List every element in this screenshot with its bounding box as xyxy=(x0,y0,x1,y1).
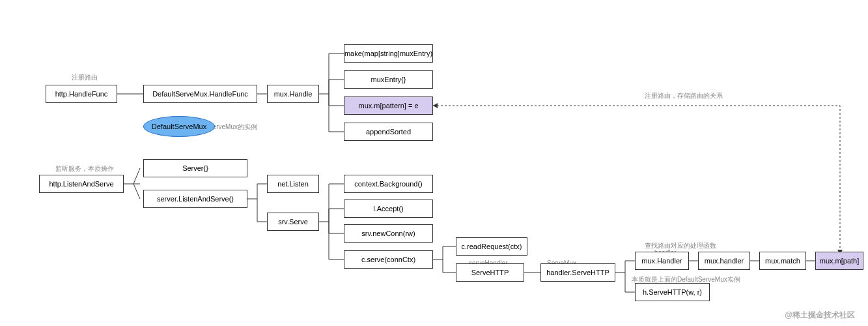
node-handler-servehttp: handler.ServeHTTP xyxy=(540,263,615,282)
node-http-handlefunc: http.HandleFunc xyxy=(46,85,117,103)
node-h-servehttp: h.ServeHTTP(w, r) xyxy=(635,283,710,301)
node-context-background: context.Background() xyxy=(344,175,433,193)
watermark: @稀土掘金技术社区 xyxy=(785,310,855,321)
node-mux-handler-cap: mux.Handler xyxy=(635,252,689,270)
node-server-listenandserve: server.ListenAndServe() xyxy=(143,190,247,208)
node-mux-handler-low: mux.handler xyxy=(698,252,750,270)
label-store-route: 注册路由，存储路由的关系 xyxy=(645,91,723,100)
node-dsm-handlefunc: DefaultServeMux.HandleFunc xyxy=(143,85,257,103)
label-listen-serve: 监听服务，本质操作 xyxy=(55,164,114,173)
svg-marker-0 xyxy=(433,103,438,108)
label-register-route: 注册路由 xyxy=(72,73,98,82)
node-mux-match: mux.match xyxy=(759,252,806,270)
node-mux-handle: mux.Handle xyxy=(267,85,319,103)
node-srv-serve: srv.Serve xyxy=(267,213,319,231)
node-append-sorted: appendSorted xyxy=(344,123,433,141)
node-net-listen: net.Listen xyxy=(267,175,319,193)
node-http-listenandserve: http.ListenAndServe xyxy=(39,175,124,193)
node-l-accept: l.Accept() xyxy=(344,200,433,218)
node-defaultservemux: DefaultServeMux xyxy=(143,116,215,137)
node-server: Server{} xyxy=(143,159,247,177)
node-mux-m-pattern: mux.m[pattern] = e xyxy=(344,96,433,115)
node-make-map: make(map[string]muxEntry) xyxy=(344,44,433,63)
node-c-readrequest: c.readRequest(ctx) xyxy=(456,237,527,256)
node-servehttp: ServeHTTP xyxy=(456,263,524,282)
node-srv-newconn: srv.newConn(rw) xyxy=(344,224,433,243)
node-mux-entry: muxEntry{} xyxy=(344,70,433,89)
node-c-serve: c.serve(connCtx) xyxy=(344,250,433,269)
node-mux-m-path: mux.m[path] xyxy=(815,252,863,270)
